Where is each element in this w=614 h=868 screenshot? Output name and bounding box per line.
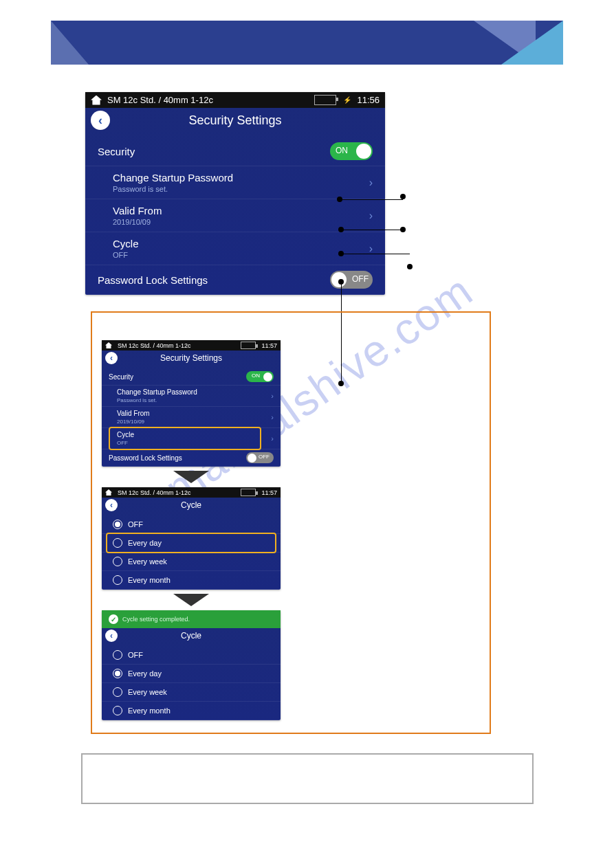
- screen-title: Security Settings: [110, 113, 360, 128]
- security-row[interactable]: Security ON: [85, 137, 385, 166]
- password-lock-toggle[interactable]: OFF: [246, 452, 274, 463]
- chevron-right-icon: ›: [265, 413, 274, 421]
- back-button[interactable]: ‹: [105, 499, 118, 511]
- cycle-option-every-week[interactable]: Every week: [102, 553, 281, 571]
- chevron-right-icon: ›: [364, 210, 373, 222]
- back-button[interactable]: ‹: [105, 352, 118, 364]
- option-label: Every day: [128, 669, 162, 678]
- cycle-row[interactable]: Cycle OFF ›: [102, 428, 281, 449]
- chevron-right-icon: ›: [265, 392, 274, 400]
- chevron-right-icon: ›: [364, 177, 373, 189]
- option-label: Every month: [128, 576, 171, 584]
- security-toggle[interactable]: ON: [246, 371, 274, 382]
- chevron-right-icon: ›: [364, 243, 373, 255]
- radio-icon: [113, 520, 122, 529]
- clock: 11:57: [261, 342, 277, 349]
- arrow-down-icon: [173, 471, 209, 483]
- security-settings-screen: SM 12c Std. / 40mm 1-12c ⚡ 11:56 ‹ Secur…: [85, 92, 385, 295]
- callout-dot: [400, 194, 406, 199]
- cycle-option-every-month[interactable]: Every month: [102, 571, 281, 590]
- header-banner: [51, 21, 563, 65]
- change-password-label: Change Startup Password: [117, 388, 265, 396]
- battery-icon: [241, 489, 256, 496]
- chevron-right-icon: ›: [265, 434, 274, 443]
- password-lock-label: Password Lock Settings: [109, 454, 246, 462]
- cycle-option-every-day[interactable]: Every day: [102, 534, 281, 553]
- step1-screen: SM 12c Std. / 40mm 1-12c 11:57 ‹ Securit…: [102, 340, 281, 467]
- screen-title: Security Settings: [118, 353, 265, 363]
- back-button[interactable]: ‹: [91, 111, 110, 130]
- clock: 11:57: [261, 489, 277, 496]
- change-password-label: Change Startup Password: [113, 172, 364, 183]
- callout-line: [341, 254, 410, 254]
- check-icon: ✓: [109, 614, 118, 624]
- cycle-option-off[interactable]: OFF: [102, 515, 281, 534]
- cycle-row[interactable]: Cycle OFF ›: [85, 232, 385, 265]
- change-password-row[interactable]: Change Startup Password Password is set.…: [102, 386, 281, 407]
- arrow-down-icon: [173, 594, 209, 606]
- cycle-label: Cycle: [113, 238, 364, 249]
- home-icon[interactable]: [105, 489, 112, 496]
- toast-message: Cycle setting completed.: [122, 616, 190, 623]
- password-lock-row[interactable]: Password Lock Settings OFF: [102, 449, 281, 467]
- cycle-option-off[interactable]: OFF: [102, 646, 281, 665]
- cycle-option-every-month[interactable]: Every month: [102, 702, 281, 720]
- note-box: [81, 753, 534, 804]
- cycle-label: Cycle: [117, 431, 265, 438]
- device-mode-label: SM 12c Std. / 40mm 1-12c: [118, 489, 191, 496]
- radio-icon: [113, 669, 122, 678]
- battery-icon: [314, 95, 336, 105]
- callout-line: [340, 199, 403, 200]
- callout-dot: [407, 264, 413, 269]
- radio-icon: [113, 557, 122, 566]
- radio-icon: [113, 706, 122, 715]
- cycle-sub: OFF: [117, 440, 265, 446]
- change-password-sub: Password is set.: [117, 397, 265, 403]
- cycle-option-every-day[interactable]: Every day: [102, 665, 281, 683]
- valid-from-row[interactable]: Valid From 2019/10/09 ›: [102, 407, 281, 428]
- battery-icon: [241, 342, 256, 349]
- home-icon[interactable]: [91, 96, 102, 105]
- radio-icon: [113, 687, 122, 697]
- cycle-sub: OFF: [113, 251, 364, 259]
- step2-screen: SM 12c Std. / 40mm 1-12c 11:57 ‹ Cycle O…: [102, 487, 281, 590]
- cycle-sequence-box: SM 12c Std. / 40mm 1-12c 11:57 ‹ Securit…: [91, 311, 491, 734]
- callout-dot: [400, 227, 406, 232]
- change-password-sub: Password is set.: [113, 185, 364, 193]
- clock: 11:56: [357, 95, 380, 105]
- screen-title: Cycle: [118, 631, 265, 641]
- radio-icon: [113, 538, 122, 548]
- step3-screen: ✓ Cycle setting completed. ‹ Cycle OFF E…: [102, 610, 281, 720]
- security-label: Security: [109, 373, 246, 381]
- charging-icon: ⚡: [343, 96, 351, 104]
- radio-icon: [113, 575, 122, 585]
- password-lock-label: Password Lock Settings: [98, 274, 330, 286]
- back-button[interactable]: ‹: [105, 630, 118, 642]
- toast-notification: ✓ Cycle setting completed.: [102, 610, 281, 628]
- cycle-option-every-week[interactable]: Every week: [102, 683, 281, 702]
- option-label: Every day: [128, 539, 162, 547]
- device-mode-label: SM 12c Std. / 40mm 1-12c: [118, 342, 191, 349]
- security-label: Security: [98, 146, 330, 157]
- option-label: OFF: [128, 651, 143, 659]
- radio-icon: [113, 650, 122, 660]
- option-label: Every month: [128, 706, 171, 715]
- change-password-row[interactable]: Change Startup Password Password is set.…: [85, 166, 385, 199]
- home-icon[interactable]: [105, 342, 112, 348]
- option-label: Every week: [128, 688, 167, 696]
- valid-from-label: Valid From: [117, 410, 265, 417]
- valid-from-sub: 2019/10/09: [117, 419, 265, 425]
- option-label: OFF: [128, 520, 143, 528]
- device-mode-label: SM 12c Std. / 40mm 1-12c: [107, 95, 213, 105]
- valid-from-label: Valid From: [113, 205, 364, 216]
- security-toggle[interactable]: ON: [330, 142, 373, 160]
- status-bar: SM 12c Std. / 40mm 1-12c ⚡ 11:56: [85, 92, 385, 108]
- valid-from-sub: 2019/10/09: [113, 218, 364, 226]
- callout-line: [341, 230, 403, 230]
- screen-title: Cycle: [118, 500, 265, 510]
- security-row[interactable]: Security ON: [102, 368, 281, 386]
- password-lock-toggle[interactable]: OFF: [330, 271, 373, 289]
- option-label: Every week: [128, 557, 167, 566]
